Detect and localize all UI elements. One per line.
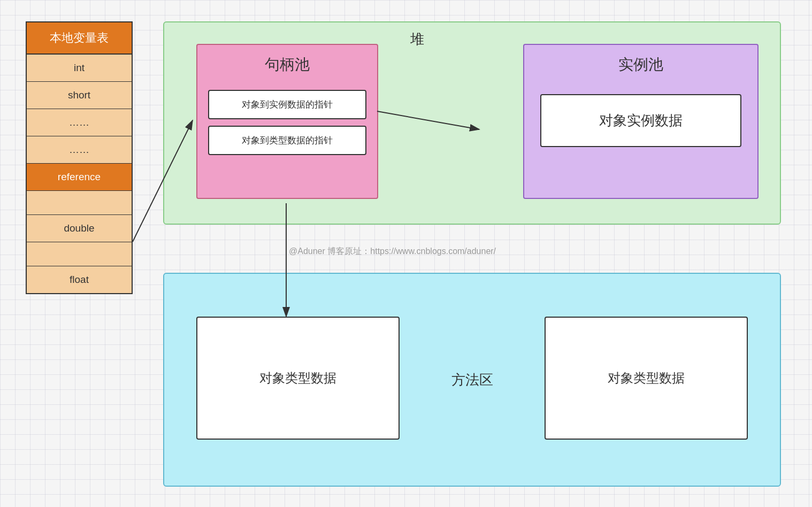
local-var-row-short: short bbox=[27, 82, 132, 109]
local-var-row-empty2 bbox=[27, 242, 132, 266]
instance-pool-item: 对象实例数据 bbox=[540, 94, 741, 147]
method-box-left-label: 对象类型数据 bbox=[259, 370, 336, 387]
local-var-title: 本地变量表 bbox=[27, 22, 132, 55]
local-var-row-dots1: …… bbox=[27, 109, 132, 136]
heap-label: 堆 bbox=[410, 30, 424, 49]
method-area: 方法区 对象类型数据 对象类型数据 bbox=[163, 273, 781, 487]
method-box-right-label: 对象类型数据 bbox=[608, 370, 685, 387]
instance-pool: 实例池 对象实例数据 bbox=[523, 44, 759, 199]
local-var-row-double: double bbox=[27, 215, 132, 242]
method-area-label: 方法区 bbox=[451, 371, 493, 389]
handle-pool: 句柄池 对象到实例数据的指针 对象到类型数据的指针 bbox=[196, 44, 378, 199]
heap-area: 堆 句柄池 对象到实例数据的指针 对象到类型数据的指针 实例池 对象实例数据 bbox=[163, 21, 781, 225]
instance-pool-title: 实例池 bbox=[524, 45, 757, 83]
handle-pool-item-type: 对象到类型数据的指针 bbox=[208, 126, 366, 155]
local-var-row-dots2: …… bbox=[27, 136, 132, 164]
diagram-container: 本地变量表 int short …… …… reference double f… bbox=[11, 11, 801, 497]
local-var-row-float: float bbox=[27, 266, 132, 293]
local-var-table: 本地变量表 int short …… …… reference double f… bbox=[26, 21, 133, 294]
local-var-row-int: int bbox=[27, 55, 132, 82]
local-var-row-reference: reference bbox=[27, 164, 132, 191]
handle-pool-item-instance: 对象到实例数据的指针 bbox=[208, 90, 366, 119]
watermark: @Aduner 博客原址：https://www.cnblogs.com/adu… bbox=[289, 246, 496, 257]
local-var-row-empty1 bbox=[27, 191, 132, 215]
handle-pool-title: 句柄池 bbox=[197, 45, 377, 83]
method-box-left: 对象类型数据 bbox=[196, 317, 400, 440]
method-box-right: 对象类型数据 bbox=[545, 317, 748, 440]
